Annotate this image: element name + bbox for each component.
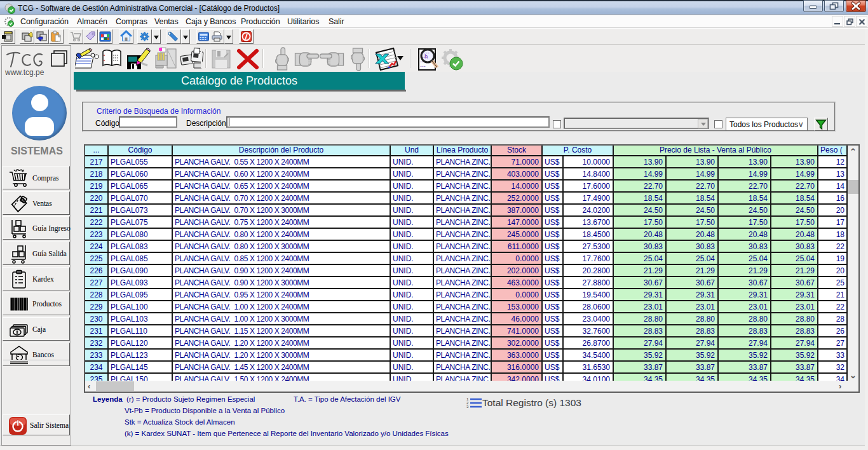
svg-text:h: h: [424, 54, 428, 60]
svg-text:▪▪▪: ▪▪▪: [420, 65, 426, 69]
svg-text:3: 3: [466, 405, 469, 409]
